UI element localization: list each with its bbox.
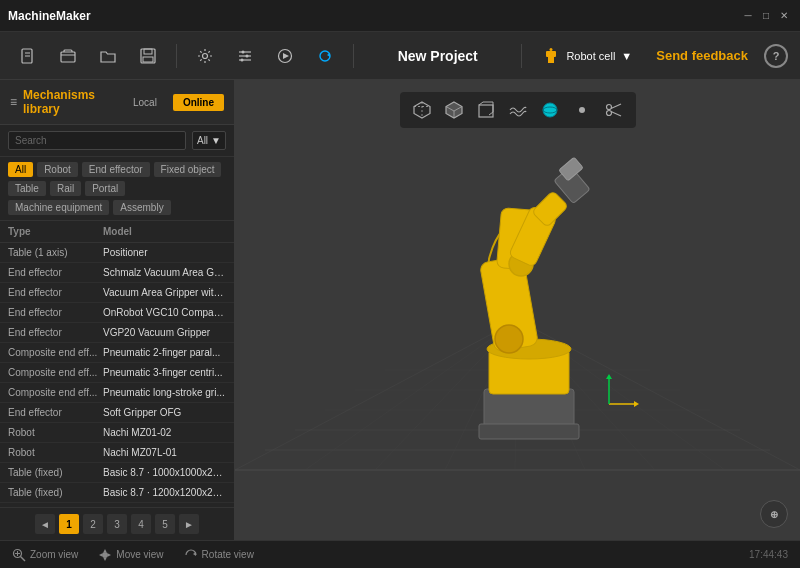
list-item-type: Composite end eff... (8, 347, 103, 358)
minimize-button[interactable]: ─ (740, 8, 756, 24)
filter-chevron: ▼ (211, 135, 221, 146)
filter-tag-end-effector[interactable]: End effector (82, 162, 150, 177)
list-item[interactable]: Composite end eff...Pneumatic long-strok… (0, 383, 234, 403)
filter-label: All (197, 135, 208, 146)
zoom-tool[interactable]: Zoom view (12, 548, 78, 562)
new-file-button[interactable] (12, 40, 44, 72)
filter-tag-all[interactable]: All (8, 162, 33, 177)
panel-menu-icon[interactable]: ≡ (10, 95, 17, 109)
close-button[interactable]: ✕ (776, 8, 792, 24)
page-btn-5[interactable]: 5 (155, 514, 175, 534)
feedback-button[interactable]: Send feedback (648, 44, 756, 67)
cut-button[interactable] (600, 96, 628, 124)
robot-cell-button[interactable]: Robot cell ▼ (534, 43, 640, 69)
app-name: MachineMaker (8, 9, 91, 23)
list-item-model: Soft Gripper OFG (103, 407, 226, 418)
project-title: New Project (398, 48, 478, 64)
svg-marker-72 (193, 552, 196, 556)
move-tool[interactable]: Move view (98, 548, 163, 562)
list-item-model: OnRobot VGC10 Compact Vac... (103, 307, 226, 318)
filter-tag-table[interactable]: Table (8, 181, 46, 196)
list-item-type: Composite end eff... (8, 387, 103, 398)
svg-marker-62 (606, 374, 612, 379)
settings-button[interactable] (189, 40, 221, 72)
list-item-type: Table (1 axis) (8, 247, 103, 258)
robot-cell-chevron[interactable]: ▼ (621, 50, 632, 62)
svg-marker-70 (99, 553, 102, 556)
filter-tag-rail[interactable]: Rail (50, 181, 81, 196)
svg-rect-48 (479, 424, 579, 439)
timestamp: 17:44:43 (749, 549, 788, 560)
page-btn-►[interactable]: ► (179, 514, 199, 534)
page-btn-4[interactable]: 4 (131, 514, 151, 534)
list-item-model: Schmalz Vacuum Area Gripp... (103, 267, 226, 278)
list-item[interactable]: Table (fixed)Basic 8.7 · 1000x1000x25 ..… (0, 463, 234, 483)
cube-outline-button[interactable] (408, 96, 436, 124)
svg-marker-68 (104, 549, 107, 552)
svg-point-13 (241, 58, 244, 61)
list-item[interactable]: End effectorVacuum Area Gripper with ... (0, 283, 234, 303)
online-tab[interactable]: Online (173, 94, 224, 111)
page-btn-1[interactable]: 1 (59, 514, 79, 534)
list-item[interactable]: End effectorVGP20 Vacuum Gripper (0, 323, 234, 343)
svg-point-26 (579, 107, 585, 113)
sync-button[interactable] (309, 40, 341, 72)
folder-button[interactable] (92, 40, 124, 72)
svg-point-9 (242, 50, 245, 53)
page-btn-◄[interactable]: ◄ (35, 514, 55, 534)
local-tab[interactable]: Local (123, 94, 167, 111)
list-item-model: Nachi MZ01-02 (103, 427, 226, 438)
move-icon (98, 548, 112, 562)
filter-tag-machine-equipment[interactable]: Machine equipment (8, 200, 109, 215)
list-item[interactable]: Composite end eff...Pneumatic 3-finger c… (0, 363, 234, 383)
list-item[interactable]: Table (1 axis)Positioner (0, 243, 234, 263)
play-button[interactable] (269, 40, 301, 72)
pagination: ◄12345► (0, 507, 234, 540)
zoom-icon (12, 548, 26, 562)
cube-solid-button[interactable] (440, 96, 468, 124)
list-item-model: Vacuum Area Gripper with ... (103, 287, 226, 298)
svg-marker-16 (327, 53, 330, 57)
dot-button[interactable] (568, 96, 596, 124)
list-item[interactable]: End effectorSchmalz Vacuum Area Gripp... (0, 263, 234, 283)
sphere-button[interactable] (536, 96, 564, 124)
filter-tag-fixed-object[interactable]: Fixed object (154, 162, 222, 177)
svg-point-28 (606, 111, 611, 116)
svg-point-24 (543, 103, 557, 117)
search-input[interactable] (8, 131, 186, 150)
list-item-type: End effector (8, 327, 103, 338)
list-item[interactable]: RobotNachi MZ07L-01 (0, 443, 234, 463)
sliders-button[interactable] (229, 40, 261, 72)
list-item-model: Basic 8.7 · 1000x1000x25 ... (103, 467, 226, 478)
maximize-button[interactable]: □ (758, 8, 774, 24)
open-file-button[interactable] (52, 40, 84, 72)
robot-svg (389, 149, 669, 469)
rotate-label: Rotate view (202, 549, 254, 560)
help-button[interactable]: ? (764, 44, 788, 68)
rotate-tool[interactable]: Rotate view (184, 548, 254, 562)
filter-tag-robot[interactable]: Robot (37, 162, 78, 177)
page-btn-2[interactable]: 2 (83, 514, 103, 534)
list-item[interactable]: RobotNachi MZ01-02 (0, 423, 234, 443)
surface-button[interactable] (504, 96, 532, 124)
list-item[interactable]: End effectorSoft Gripper OFG (0, 403, 234, 423)
list-item-type: End effector (8, 307, 103, 318)
filter-tag-portal[interactable]: Portal (85, 181, 125, 196)
svg-point-58 (495, 325, 523, 353)
list-item[interactable]: Table (fixed)Basic 8.7 · 1200x1200x25 Pl… (0, 483, 234, 503)
list-item-model: Basic 8.7 · 1200x1200x25 Pl... (103, 487, 226, 498)
filter-select[interactable]: All ▼ (192, 131, 226, 150)
page-btn-3[interactable]: 3 (107, 514, 127, 534)
box-outline-button[interactable] (472, 96, 500, 124)
titlebar: MachineMaker ─ □ ✕ (0, 0, 800, 32)
list-item-type: End effector (8, 267, 103, 278)
filter-tag-assembly[interactable]: Assembly (113, 200, 170, 215)
mechanisms-library-panel: ≡ Mechanisms library Local Online All ▼ … (0, 80, 235, 540)
viewport[interactable]: ⊕ (235, 80, 800, 540)
svg-marker-15 (283, 53, 289, 59)
list-item[interactable]: Composite end eff...Pneumatic 2-finger p… (0, 343, 234, 363)
save-button[interactable] (132, 40, 164, 72)
list-item[interactable]: End effectorOnRobot VGC10 Compact Vac... (0, 303, 234, 323)
svg-line-30 (611, 112, 621, 117)
list-header: Type Model (0, 221, 234, 243)
